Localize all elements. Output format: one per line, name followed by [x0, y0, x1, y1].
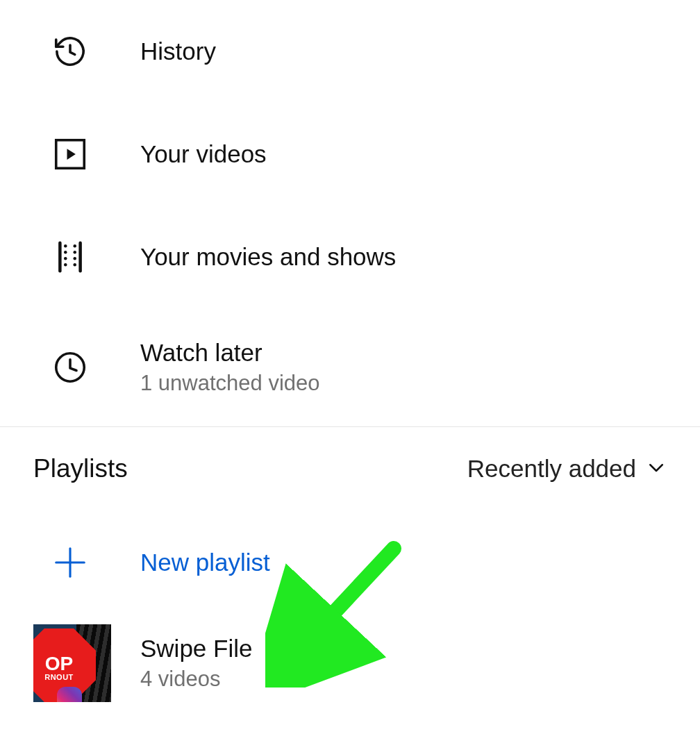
watch-later-icon — [51, 349, 140, 386]
history-icon — [51, 33, 140, 70]
movies-shows-label: Your movies and shows — [140, 241, 396, 273]
playlist-item-swipe-file[interactable]: OP RNOUT Swipe File 4 videos — [0, 615, 700, 712]
playlist-title: Swipe File — [140, 633, 252, 665]
playlists-title: Playlists — [33, 454, 128, 483]
playlist-thumbnail: OP RNOUT — [33, 624, 111, 702]
library-item-your-videos[interactable]: Your videos — [0, 103, 700, 206]
playlists-sort-dropdown[interactable]: Recently added — [467, 455, 667, 483]
playlists-sort-label: Recently added — [467, 455, 636, 483]
new-playlist-label: New playlist — [140, 549, 270, 576]
plus-icon — [51, 544, 140, 581]
your-videos-label: Your videos — [140, 138, 267, 170]
svg-marker-1 — [67, 149, 76, 160]
new-playlist-button[interactable]: New playlist — [0, 510, 700, 615]
playlist-count: 4 videos — [140, 664, 252, 694]
watch-later-label: Watch later — [140, 337, 320, 369]
your-videos-icon — [51, 135, 140, 173]
playlists-section-header: Playlists Recently added — [0, 427, 700, 510]
library-item-watch-later[interactable]: Watch later 1 unwatched video — [0, 308, 700, 426]
chevron-down-icon — [646, 457, 667, 481]
history-label: History — [140, 35, 216, 67]
watch-later-sublabel: 1 unwatched video — [140, 368, 320, 398]
library-item-history[interactable]: History — [0, 0, 700, 103]
movies-icon — [51, 238, 140, 276]
library-item-movies-shows[interactable]: Your movies and shows — [0, 206, 700, 308]
